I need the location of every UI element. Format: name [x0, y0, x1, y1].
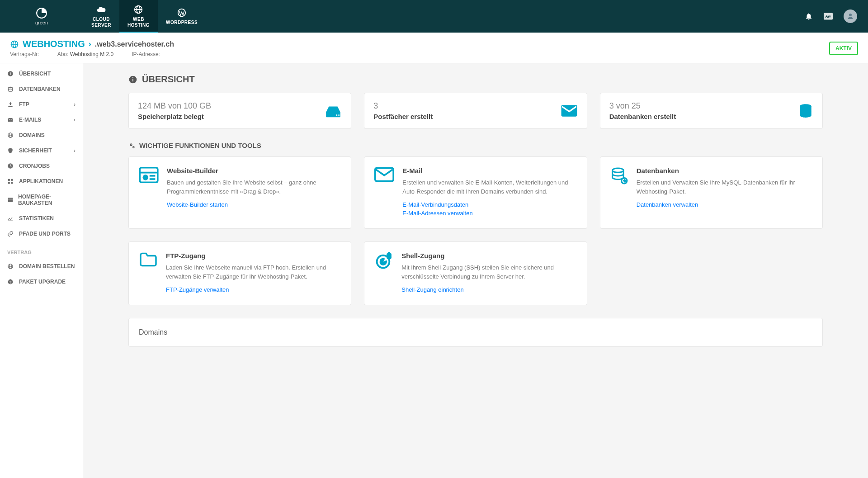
- brand-logo-icon: [36, 7, 47, 19]
- svg-rect-22: [11, 182, 13, 184]
- wordpress-icon: [177, 8, 187, 18]
- notifications-button[interactable]: [805, 12, 813, 20]
- sidebar-item-domain-bestellen[interactable]: DOMAIN BESTELLEN: [0, 259, 83, 274]
- sidebar-item-label: APPLIKATIONEN: [19, 178, 63, 185]
- tool-description: Erstellen und verwalten Sie E-Mail-Konte…: [402, 178, 576, 196]
- sidebar-item-label: STATISTIKEN: [19, 215, 54, 222]
- subheader-meta: Vertrags-Nr: Abo: Webhosting M 2.0 IP-Ad…: [10, 51, 174, 57]
- svg-rect-49: [388, 252, 391, 254]
- sidebar-item-applikationen[interactable]: APPLIKATIONEN: [0, 174, 83, 189]
- svg-point-30: [132, 77, 133, 78]
- tool-description: Erstellen und Verwalten Sie Ihre MySQL-D…: [637, 178, 812, 196]
- sidebar-item-homepage-baukasten[interactable]: HOMEPAGE-BAUKASTEN: [0, 189, 83, 211]
- layout-icon: [7, 197, 14, 203]
- brand[interactable]: green: [0, 0, 83, 33]
- svg-text:A⇄: A⇄: [825, 14, 831, 19]
- sidebar-item-datenbanken[interactable]: DATENBANKEN: [0, 81, 83, 97]
- gears-icon: [128, 142, 136, 149]
- stat-card-0: 124 MB von 100 GBSpeicherplatz belegt: [128, 93, 351, 129]
- sidebar-item-domains[interactable]: DOMAINS: [0, 128, 83, 143]
- tool-title: Website-Builder: [167, 167, 341, 175]
- tool-link[interactable]: E-Mail-Verbindungsdaten: [402, 201, 576, 208]
- package-icon: [7, 279, 14, 285]
- tool-icon: [374, 167, 394, 218]
- tools-grid: Website-BuilderBauen und gestalten Sie I…: [128, 156, 823, 305]
- tool-title: Shell-Zugang: [401, 252, 576, 260]
- stat-icon: [325, 104, 342, 118]
- sidebar-item-label: HOMEPAGE-BAUKASTEN: [18, 194, 75, 206]
- globe-icon: [133, 5, 143, 14]
- stat-label: Speicherplatz belegt: [138, 113, 211, 120]
- svg-point-13: [8, 87, 12, 89]
- sidebar-item-label: DOMAINS: [19, 132, 45, 138]
- tools-section-title: WICHTIGE FUNKTIONEN UND TOOLS: [128, 142, 823, 149]
- info-icon: [7, 71, 14, 77]
- brand-name: green: [35, 20, 48, 25]
- globe-icon: [7, 263, 14, 270]
- sidebar-item-pfade-und-ports[interactable]: PFADE UND PORTS: [0, 226, 83, 241]
- status-badge: AKTIV: [829, 42, 858, 55]
- svg-point-45: [612, 168, 623, 172]
- svg-point-31: [336, 114, 338, 116]
- sidebar-item-label: PAKET UPGRADE: [19, 279, 66, 285]
- chevron-right-icon: ›: [74, 117, 75, 123]
- database-icon: [7, 86, 14, 92]
- user-avatar-button[interactable]: [844, 9, 857, 23]
- cloud-icon: [96, 5, 106, 14]
- tool-link[interactable]: E-Mail-Adressen verwalten: [402, 210, 576, 217]
- tool-title: E-Mail: [402, 167, 576, 175]
- sidebar-item-sicherheit[interactable]: SICHERHEIT›: [0, 143, 83, 158]
- subheader: WEBHOSTING › .web3.servicehoster.ch Vert…: [0, 33, 868, 63]
- tool-link[interactable]: Website-Builder starten: [167, 201, 341, 208]
- tool-card-e-mail: E-MailErstellen und verwalten Sie E-Mail…: [364, 156, 587, 229]
- globe-icon: [10, 40, 19, 49]
- sidebar-item-statistiken[interactable]: STATISTIKEN: [0, 211, 83, 226]
- tool-link[interactable]: Datenbanken verwalten: [637, 201, 812, 208]
- tool-icon: [139, 167, 159, 218]
- sidebar-item-label: DATENBANKEN: [19, 86, 61, 92]
- stat-icon: [561, 104, 578, 118]
- overview-title: ÜBERSICHT: [128, 74, 823, 85]
- stat-card-2: 3 von 25Datenbanken erstellt: [600, 93, 823, 129]
- svg-rect-11: [10, 73, 10, 75]
- sidebar-item-paket-upgrade[interactable]: PAKET UPGRADE: [0, 274, 83, 289]
- sidebar-item-ftp[interactable]: FTP›: [0, 97, 83, 112]
- sidebar-item-label: E-MAILS: [19, 117, 41, 123]
- sidebar-item-e-mails[interactable]: E-MAILS›: [0, 112, 83, 128]
- svg-rect-21: [8, 182, 10, 184]
- nav-tab-cloud-server[interactable]: CLOUDSERVER: [83, 0, 119, 33]
- nav-tab-wordpress[interactable]: WORDPRESS: [158, 0, 206, 33]
- sidebar-item-label: FTP: [19, 101, 29, 108]
- nav-tab-web-hosting[interactable]: WEBHOSTING: [119, 0, 158, 33]
- tool-icon: [610, 167, 628, 218]
- tool-link[interactable]: FTP-Zugänge verwalten: [166, 286, 341, 293]
- domains-card: Domains: [128, 318, 823, 347]
- shield-icon: [7, 147, 14, 154]
- svg-rect-14: [8, 118, 13, 122]
- svg-rect-23: [8, 198, 13, 202]
- svg-rect-19: [8, 179, 10, 181]
- sidebar-section-contract: VERTRAG: [0, 241, 83, 259]
- clock-icon: [7, 163, 14, 169]
- info-icon: [128, 75, 137, 84]
- stats-row: 124 MB von 100 GBSpeicherplatz belegt3Po…: [128, 93, 823, 129]
- sidebar: ÜBERSICHTDATENBANKENFTP›E-MAILS›DOMAINSS…: [0, 63, 83, 478]
- tool-icon: [139, 252, 158, 295]
- tool-link[interactable]: Shell-Zugang einrichten: [401, 286, 576, 293]
- svg-rect-29: [132, 79, 133, 81]
- domains-heading: Domains: [139, 328, 812, 336]
- svg-rect-20: [11, 179, 13, 181]
- stat-label: Postfächer erstellt: [373, 113, 433, 120]
- language-button[interactable]: A⇄: [824, 13, 833, 20]
- tool-icon: [374, 252, 393, 295]
- main-content: ÜBERSICHT 124 MB von 100 GBSpeicherplatz…: [83, 63, 868, 478]
- sidebar-item-übersicht[interactable]: ÜBERSICHT: [0, 66, 83, 81]
- tool-description: Laden Sie Ihre Webseite manuell via FTP …: [166, 263, 341, 281]
- stat-card-1: 3Postfächer erstellt: [364, 93, 587, 129]
- breadcrumb-title[interactable]: WEBHOSTING › .web3.servicehoster.ch: [10, 39, 174, 49]
- tool-description: Mit Ihrem Shell-Zugang (SSH) stellen Sie…: [401, 263, 576, 281]
- nav-tabs: CLOUDSERVER WEBHOSTING WORDPRESS: [83, 0, 206, 33]
- chevron-right-icon: ›: [74, 147, 75, 154]
- svg-point-12: [10, 72, 11, 73]
- sidebar-item-cronjobs[interactable]: CRONJOBS: [0, 158, 83, 174]
